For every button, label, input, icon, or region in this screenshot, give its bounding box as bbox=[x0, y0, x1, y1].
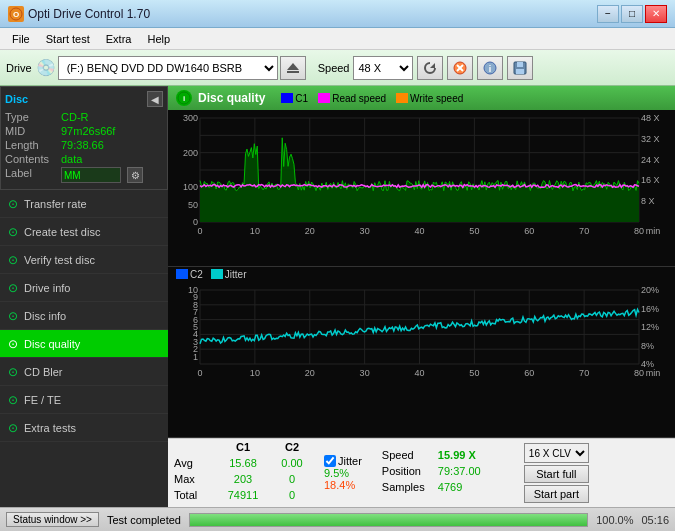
menubar: File Start test Extra Help bbox=[0, 28, 675, 50]
menu-start-test[interactable]: Start test bbox=[38, 28, 98, 49]
contents-value: data bbox=[61, 153, 82, 165]
disc-quality-icon-nav: ⊙ bbox=[8, 337, 18, 351]
svg-marker-2 bbox=[287, 63, 299, 70]
app-icon: O bbox=[8, 6, 24, 22]
contents-label: Contents bbox=[5, 153, 57, 165]
speed-select[interactable]: 48 X bbox=[353, 56, 413, 80]
status-text: Test completed bbox=[107, 514, 181, 526]
jitter-checkbox[interactable] bbox=[324, 455, 336, 467]
sidebar-item-create-test-disc[interactable]: ⊙ Create test disc bbox=[0, 218, 168, 246]
disc-contents-row: Contents data bbox=[5, 153, 163, 165]
drive-label: Drive bbox=[6, 62, 32, 74]
stats-speed-section: Speed 15.99 X Position 79:37.00 Samples … bbox=[382, 449, 508, 497]
window-controls: − □ ✕ bbox=[597, 5, 667, 23]
svg-rect-11 bbox=[517, 62, 523, 67]
sidebar-label-fe-te: FE / TE bbox=[24, 394, 61, 406]
svg-marker-4 bbox=[430, 63, 435, 68]
samples-value: 4769 bbox=[438, 481, 508, 497]
mid-value: 97m26s66f bbox=[61, 125, 115, 137]
disc-panel-collapse[interactable]: ◀ bbox=[147, 91, 163, 107]
label-settings-button[interactable]: ⚙ bbox=[127, 167, 143, 183]
stats-c2-total: 0 bbox=[272, 489, 312, 505]
legend-write: Write speed bbox=[396, 93, 463, 104]
stats-max-label: Max bbox=[174, 473, 214, 489]
sidebar-label-verify-test-disc: Verify test disc bbox=[24, 254, 95, 266]
legend-c1-label: C1 bbox=[295, 93, 308, 104]
stats-bar: C1 C2 Avg 15.68 0.00 Max 203 0 Total 749… bbox=[168, 438, 675, 507]
disc-panel-title: Disc bbox=[5, 93, 28, 105]
charts-container: C2 Jitter bbox=[168, 110, 675, 438]
jitter-avg: 9.5% bbox=[324, 467, 362, 479]
eject-button[interactable] bbox=[280, 56, 306, 80]
chart-c2-jitter bbox=[168, 282, 675, 439]
progress-label: 100.0% bbox=[596, 514, 633, 526]
length-value: 79:38.66 bbox=[61, 139, 104, 151]
stats-col-c1: C1 bbox=[218, 441, 268, 457]
start-part-button[interactable]: Start part bbox=[524, 485, 589, 503]
refresh-button[interactable] bbox=[417, 56, 443, 80]
main-layout: Disc ◀ Type CD-R MID 97m26s66f Length 79… bbox=[0, 86, 675, 507]
samples-label: Samples bbox=[382, 481, 434, 497]
legend-read: Read speed bbox=[318, 93, 386, 104]
app-title: Opti Drive Control 1.70 bbox=[28, 7, 150, 21]
disc-quality-title: Disc quality bbox=[198, 91, 265, 105]
label-input[interactable] bbox=[61, 167, 121, 183]
save-button[interactable] bbox=[507, 56, 533, 80]
sidebar-label-disc-info: Disc info bbox=[24, 310, 66, 322]
sidebar-item-disc-info[interactable]: ⊙ Disc info bbox=[0, 302, 168, 330]
type-label: Type bbox=[5, 111, 57, 123]
legend-c2: C2 bbox=[176, 269, 203, 280]
menu-help[interactable]: Help bbox=[139, 28, 178, 49]
jitter-checkbox-row: Jitter bbox=[324, 455, 362, 467]
maximize-button[interactable]: □ bbox=[621, 5, 643, 23]
drive-select[interactable]: (F:) BENQ DVD DD DW1640 BSRB bbox=[58, 56, 278, 80]
stats-c2-max: 0 bbox=[272, 473, 312, 489]
legend-read-label: Read speed bbox=[332, 93, 386, 104]
svg-rect-12 bbox=[516, 69, 524, 74]
close-button[interactable]: ✕ bbox=[645, 5, 667, 23]
sidebar-item-transfer-rate[interactable]: ⊙ Transfer rate bbox=[0, 190, 168, 218]
chart-c2-canvas bbox=[168, 282, 675, 382]
cd-bler-icon: ⊙ bbox=[8, 365, 18, 379]
menu-file[interactable]: File bbox=[4, 28, 38, 49]
chart-bottom-legend: C2 Jitter bbox=[168, 267, 675, 282]
disc-length-row: Length 79:38.66 bbox=[5, 139, 163, 151]
status-window-button[interactable]: Status window >> bbox=[6, 512, 99, 527]
disc-quality-header-icon: i bbox=[176, 90, 192, 106]
legend-c2-label: C2 bbox=[190, 269, 203, 280]
sidebar-label-disc-quality: Disc quality bbox=[24, 338, 80, 350]
chart-legend: C1 Read speed Write speed bbox=[281, 93, 463, 104]
erase-button[interactable] bbox=[447, 56, 473, 80]
legend-read-box bbox=[318, 93, 330, 103]
time-display: 05:16 bbox=[641, 514, 669, 526]
info-button[interactable]: i bbox=[477, 56, 503, 80]
legend-c1: C1 bbox=[281, 93, 308, 104]
menu-extra[interactable]: Extra bbox=[98, 28, 140, 49]
sidebar-item-fe-te[interactable]: ⊙ FE / TE bbox=[0, 386, 168, 414]
minimize-button[interactable]: − bbox=[597, 5, 619, 23]
stats-c1-total: 74911 bbox=[218, 489, 268, 505]
stats-jitter-section: Jitter 9.5% 18.4% bbox=[324, 455, 362, 491]
speed-mode-select[interactable]: 16 X CLV bbox=[524, 443, 589, 463]
sidebar-item-extra-tests[interactable]: ⊙ Extra tests bbox=[0, 414, 168, 442]
sidebar-item-verify-test-disc[interactable]: ⊙ Verify test disc bbox=[0, 246, 168, 274]
create-test-disc-icon: ⊙ bbox=[8, 225, 18, 239]
svg-text:i: i bbox=[489, 64, 492, 74]
sidebar-item-cd-bler[interactable]: ⊙ CD Bler bbox=[0, 358, 168, 386]
speed-label: Speed bbox=[318, 62, 350, 74]
label-label: Label bbox=[5, 167, 57, 183]
start-full-button[interactable]: Start full bbox=[524, 465, 589, 483]
sidebar-item-drive-info[interactable]: ⊙ Drive info bbox=[0, 274, 168, 302]
stats-grid-c1c2: C1 C2 Avg 15.68 0.00 Max 203 0 Total 749… bbox=[174, 441, 312, 505]
svg-rect-3 bbox=[287, 71, 299, 73]
stats-header-empty bbox=[174, 441, 214, 457]
disc-panel: Disc ◀ Type CD-R MID 97m26s66f Length 79… bbox=[0, 86, 168, 190]
legend-c1-box bbox=[281, 93, 293, 103]
statusbar: Status window >> Test completed 100.0% 0… bbox=[0, 507, 675, 531]
sidebar-item-disc-quality[interactable]: ⊙ Disc quality bbox=[0, 330, 168, 358]
nav-items: ⊙ Transfer rate ⊙ Create test disc ⊙ Ver… bbox=[0, 190, 168, 507]
speed-value: 15.99 X bbox=[438, 449, 508, 465]
drive-info-icon: ⊙ bbox=[8, 281, 18, 295]
disc-panel-header: Disc ◀ bbox=[5, 91, 163, 107]
jitter-max: 18.4% bbox=[324, 479, 362, 491]
